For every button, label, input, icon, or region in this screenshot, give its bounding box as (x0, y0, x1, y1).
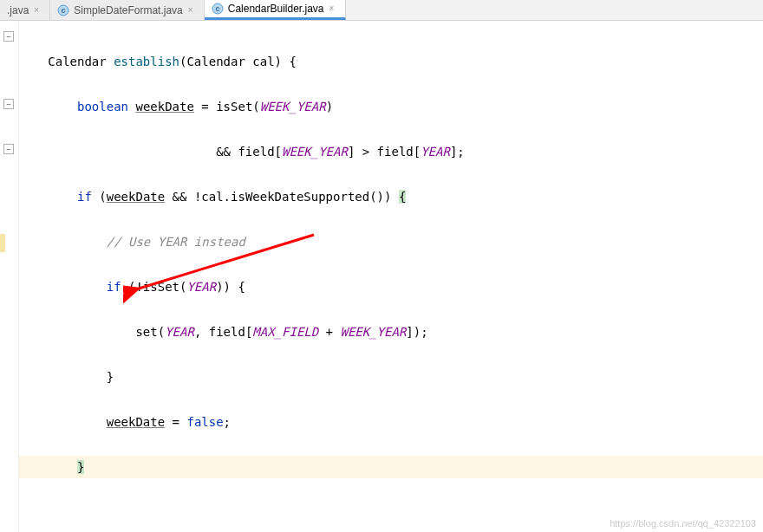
tab-java[interactable]: .java × (0, 0, 50, 20)
code-editor[interactable]: − − − Calendar establish(Calendar cal) {… (0, 21, 763, 532)
code-line[interactable]: // Use YEAR instead (19, 230, 763, 253)
warning-marker (0, 234, 5, 252)
fold-icon[interactable]: − (3, 99, 14, 109)
code-line[interactable]: weekDate = false; (19, 411, 763, 433)
code-line[interactable]: boolean weekDate = isSet(WEEK_YEAR) (19, 95, 763, 118)
close-icon[interactable]: × (34, 6, 42, 15)
code-line[interactable]: if (!isSet(YEAR)) { (19, 276, 763, 298)
svg-text:c: c (62, 6, 66, 15)
close-icon[interactable]: × (188, 6, 197, 15)
tab-calendarbuilder[interactable]: c CalendarBuilder.java × (205, 0, 346, 20)
tab-simpledateformat[interactable]: c SimpleDateFormat.java × (50, 0, 204, 20)
class-icon: c (57, 4, 69, 16)
editor-tabs: .java × c SimpleDateFormat.java × c Cale… (0, 0, 763, 21)
code-line[interactable]: && field[WEEK_YEAR] > field[YEAR]; (19, 140, 763, 163)
tab-label: .java (7, 4, 29, 16)
tab-label: SimpleDateFormat.java (74, 4, 182, 16)
code-line[interactable]: } (19, 456, 763, 478)
watermark: https://blog.csdn.net/qq_42322103 (610, 518, 756, 529)
code-line[interactable]: } (19, 366, 763, 388)
tab-label: CalendarBuilder.java (228, 3, 324, 15)
code-line[interactable]: set(YEAR, field[MAX_FIELD + WEEK_YEAR]); (19, 321, 763, 343)
code-line[interactable]: if (weekDate && !cal.isWeekDateSupported… (19, 185, 763, 208)
code-area[interactable]: Calendar establish(Calendar cal) { boole… (19, 21, 763, 532)
fold-icon[interactable]: − (3, 31, 14, 42)
fold-icon[interactable]: − (3, 144, 14, 154)
gutter: − − − (0, 21, 19, 532)
svg-text:c: c (215, 4, 219, 13)
code-line[interactable]: Calendar establish(Calendar cal) { (19, 50, 763, 73)
close-icon[interactable]: × (329, 4, 338, 13)
class-icon: c (212, 3, 224, 15)
